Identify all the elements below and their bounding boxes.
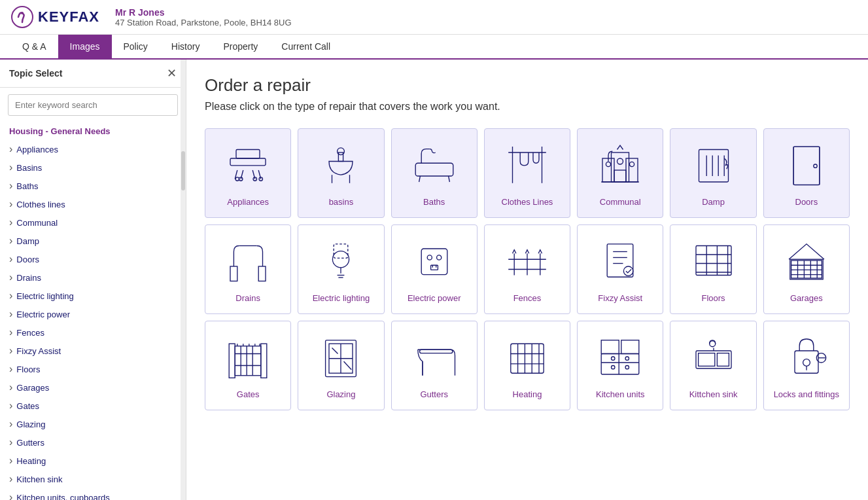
page-subtitle: Please click on the type of repair that …: [205, 101, 850, 113]
svg-rect-62: [696, 245, 731, 275]
doors-icon: [780, 138, 833, 190]
svg-rect-39: [230, 266, 237, 281]
sidebar-item-electric-power[interactable]: Electric power: [0, 305, 186, 323]
fences-icon: [501, 234, 553, 287]
sidebar-item-appliances[interactable]: Appliances: [0, 140, 186, 158]
repair-label-clothes-lines: Clothes Lines: [502, 197, 553, 208]
drains-icon: [222, 234, 274, 287]
repair-card-glazing[interactable]: Glazing: [298, 321, 384, 410]
repair-label-appliances: Appliances: [227, 197, 269, 208]
sidebar-item-communal[interactable]: Communal: [0, 213, 186, 232]
page-title: Order a repair: [205, 75, 850, 96]
electric-power-icon: [408, 234, 460, 287]
sidebar-scrollbar[interactable]: [181, 60, 186, 500]
sidebar-item-baths[interactable]: Baths: [0, 177, 186, 195]
layout: Topic Select ✕ Housing - General Needs A…: [0, 60, 868, 500]
repair-card-doors[interactable]: Doors: [763, 128, 850, 218]
heating-icon: [501, 330, 553, 383]
sidebar-item-heating[interactable]: Heating: [0, 452, 186, 470]
repair-card-basins[interactable]: basins: [298, 128, 384, 218]
sidebar-item-electric-lighting[interactable]: Electric lighting: [0, 287, 186, 305]
repair-label-kitchen-units: Kitchen units: [596, 389, 644, 401]
locks-fittings-icon: [780, 330, 833, 383]
repair-card-electric-power[interactable]: Electric power: [391, 224, 477, 314]
logo-text: KEYFAX: [38, 9, 99, 26]
tab-images[interactable]: Images: [58, 35, 112, 58]
sidebar-item-basins[interactable]: Basins: [0, 158, 186, 177]
main-content: Order a repair Please click on the type …: [186, 60, 868, 500]
sidebar-item-gates[interactable]: Gates: [0, 397, 186, 415]
sidebar-scroll-thumb[interactable]: [181, 151, 185, 190]
repair-card-fences[interactable]: Fences: [484, 224, 570, 314]
tab-property[interactable]: Property: [211, 35, 269, 58]
repair-card-heating[interactable]: Heating: [484, 321, 570, 410]
svg-point-1: [21, 12, 24, 14]
sidebar-item-drains[interactable]: Drains: [0, 268, 186, 287]
repair-card-drains[interactable]: Drains: [205, 224, 291, 314]
svg-line-18: [448, 176, 449, 182]
sidebar-item-doors[interactable]: Doors: [0, 250, 186, 268]
repair-card-electric-lighting[interactable]: Electric lighting: [298, 224, 384, 314]
repair-label-floors: Floors: [702, 293, 725, 304]
kitchen-sink-icon: [687, 330, 740, 383]
sidebar-item-clothes-lines[interactable]: Clothes lines: [0, 195, 186, 213]
sidebar-item-kitchen-sink[interactable]: Kitchen sink: [0, 470, 186, 488]
svg-rect-100: [621, 340, 639, 354]
search-input[interactable]: [8, 94, 178, 116]
tab-current-call[interactable]: Current Call: [269, 35, 342, 58]
sidebar-header: Topic Select ✕: [0, 60, 186, 88]
clothes-lines-icon: [501, 138, 553, 190]
electric-lighting-icon: [315, 234, 367, 287]
repair-card-garages[interactable]: Garages: [763, 224, 850, 314]
repair-label-basins: basins: [329, 197, 354, 208]
repair-label-doors: Doors: [795, 197, 818, 208]
tab-q-&-a[interactable]: Q & A: [10, 35, 58, 58]
repair-label-drains: Drains: [235, 293, 260, 304]
glazing-icon: [315, 330, 367, 383]
svg-point-27: [617, 158, 623, 164]
repair-card-damp[interactable]: Damp: [670, 128, 756, 218]
repair-card-floors[interactable]: Floors: [670, 224, 756, 314]
repair-label-fences: Fences: [513, 293, 542, 304]
logo-icon: [10, 5, 34, 29]
sidebar-item-gutters[interactable]: Gutters: [0, 433, 186, 452]
damp-icon: [687, 138, 740, 190]
repair-label-electric-lighting: Electric lighting: [313, 293, 370, 304]
sidebar-item-fences[interactable]: Fences: [0, 323, 186, 342]
repair-card-gutters[interactable]: Gutters: [391, 321, 477, 410]
sidebar-item-fixzy-assist[interactable]: Fixzy Assist: [0, 342, 186, 360]
sidebar-item-garages[interactable]: Garages: [0, 378, 186, 397]
svg-point-103: [625, 357, 629, 360]
repair-card-clothes-lines[interactable]: Clothes Lines: [484, 128, 570, 218]
sidebar-item-kitchen-units,-cupboards[interactable]: Kitchen units, cupboards: [0, 488, 186, 500]
header: KEYFAX Mr R Jones 47 Station Road, Parks…: [0, 0, 868, 35]
sidebar-item-floors[interactable]: Floors: [0, 360, 186, 378]
user-name: Mr R Jones: [115, 7, 292, 18]
sidebar: Topic Select ✕ Housing - General Needs A…: [0, 60, 186, 500]
repair-label-gates: Gates: [237, 389, 260, 401]
sidebar-list: AppliancesBasinsBathsClothes linesCommun…: [0, 140, 186, 500]
repair-card-locks-fittings[interactable]: Locks and fittings: [763, 321, 850, 410]
logo: KEYFAX: [10, 5, 99, 29]
repair-card-baths[interactable]: Baths: [391, 128, 477, 218]
repair-card-communal[interactable]: Communal: [577, 128, 663, 218]
repair-card-appliances[interactable]: Appliances: [205, 128, 291, 218]
basins-icon: [315, 138, 367, 190]
tab-policy[interactable]: Policy: [112, 35, 160, 58]
svg-point-47: [427, 255, 432, 260]
repair-card-kitchen-sink[interactable]: Kittchen sink: [670, 321, 756, 410]
sidebar-item-damp[interactable]: Damp: [0, 232, 186, 250]
sidebar-close-button[interactable]: ✕: [167, 66, 177, 80]
svg-point-61: [624, 266, 633, 276]
repair-card-fixzy-assist[interactable]: Fixzy Assist: [577, 224, 663, 314]
svg-rect-69: [790, 259, 823, 279]
svg-rect-11: [236, 150, 260, 159]
fixzy-assist-icon: [594, 234, 646, 287]
repair-label-garages: Garages: [790, 293, 823, 304]
repair-card-kitchen-units[interactable]: Kitchen units: [577, 321, 663, 410]
sidebar-item-glazing[interactable]: Glazing: [0, 415, 186, 433]
repair-card-gates[interactable]: Gates: [205, 321, 291, 410]
svg-point-29: [630, 162, 634, 166]
gates-icon: [222, 330, 274, 383]
tab-history[interactable]: History: [160, 35, 212, 58]
